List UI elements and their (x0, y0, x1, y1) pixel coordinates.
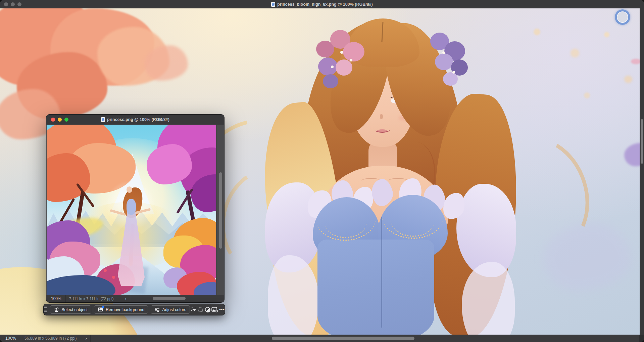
brush-cursor-ring (615, 9, 630, 25)
main-zoom-field[interactable]: 100% (0, 336, 21, 341)
main-horizontal-scrollbar-thumb[interactable] (272, 337, 414, 340)
chevron-right-icon[interactable]: › (85, 336, 87, 341)
float-zoom-field[interactable]: 100% (46, 296, 65, 301)
main-title-text: princess_bloom_high_8x.png @ 100% (RGB/8… (277, 2, 373, 7)
flower-dot (452, 71, 455, 74)
zoom-button[interactable] (64, 118, 68, 122)
nose-shadow (380, 114, 383, 119)
remove-background-button[interactable]: Remove background (94, 305, 148, 314)
window-controls-inactive[interactable] (4, 0, 21, 8)
select-subject-label: Select subject (61, 307, 88, 312)
bokeh-dot (534, 29, 540, 35)
magic-wand-sparkle-icon (191, 306, 197, 313)
float-document-window: princess.png @ 100% (RGB/8#) (46, 115, 224, 302)
main-titlebar[interactable]: princess_bloom_high_8x.png @ 100% (RGB/8… (0, 0, 644, 9)
flower-dot (331, 66, 334, 68)
flower (343, 42, 364, 61)
remove-background-image-icon (98, 307, 103, 312)
taskbar-drag-handle[interactable] (44, 304, 47, 315)
contrast-icon (205, 307, 211, 313)
main-vertical-scrollbar-track[interactable] (640, 8, 644, 335)
more-options-icon: ••• (219, 307, 225, 312)
contrast-button[interactable] (205, 306, 211, 313)
bush-flower (104, 269, 107, 272)
float-titlebar[interactable]: princess.png @ 100% (RGB/8#) (46, 115, 224, 125)
figure-bodice (127, 199, 136, 215)
main-dimensions-text: 56.889 in x 56.889 in (72 ppi) (24, 336, 77, 341)
bokeh-dot (624, 76, 632, 83)
bodice-torso (317, 240, 434, 335)
transform-button[interactable] (198, 306, 204, 313)
minimize-button[interactable] (11, 2, 15, 6)
document-icon (271, 2, 275, 7)
float-vertical-scrollbar-track[interactable] (216, 125, 224, 295)
main-window-title: princess_bloom_high_8x.png @ 100% (RGB/8… (271, 2, 373, 7)
add-image-button[interactable] (211, 306, 218, 313)
flower (435, 53, 453, 70)
flower-dot (340, 51, 343, 54)
main-dimensions-field[interactable]: 56.889 in x 56.889 in (72 ppi) › (21, 335, 91, 342)
main-statusbar: 100% 56.889 in x 56.889 in (72 ppi) › (0, 335, 644, 342)
bokeh-dot (571, 49, 579, 57)
float-vertical-scrollbar-thumb[interactable] (219, 172, 222, 249)
float-statusbar: 100% 7.111 in x 7.111 in (72 ppi) › (46, 295, 224, 302)
magic-wand-button[interactable] (191, 306, 197, 313)
scrollbar-corner (639, 335, 644, 342)
remove-background-label: Remove background (106, 307, 144, 312)
flower-dot (350, 59, 352, 61)
select-subject-button[interactable]: Select subject (50, 305, 91, 314)
bodice-seam (381, 217, 382, 328)
flower (443, 72, 458, 86)
document-icon (101, 117, 105, 122)
adjust-colors-sliders-icon (154, 307, 160, 312)
main-vertical-scrollbar-thumb[interactable] (641, 119, 643, 164)
flower (318, 57, 338, 76)
bush-flower (112, 276, 115, 279)
float-window-controls[interactable] (51, 115, 68, 125)
float-artwork[interactable] (47, 125, 216, 295)
flower-dot (442, 51, 445, 54)
contextual-taskbar: Select subject Remove background Adjust … (44, 304, 225, 315)
lips (377, 129, 387, 132)
add-image-icon (211, 307, 218, 313)
new-feature-badge (102, 306, 104, 308)
float-horizontal-scrollbar-thumb[interactable] (153, 297, 186, 300)
bokeh-dot (584, 92, 590, 98)
minimize-button[interactable] (58, 118, 62, 122)
flower (336, 59, 352, 76)
more-options-button[interactable]: ••• (219, 306, 225, 313)
transform-quad-icon (198, 307, 204, 312)
bokeh-dot (604, 32, 609, 37)
close-button[interactable] (4, 2, 8, 6)
float-dimensions-field[interactable]: 7.111 in x 7.111 in (72 ppi) › (65, 295, 130, 302)
float-title-text: princess.png @ 100% (RGB/8#) (107, 117, 169, 122)
chevron-right-icon[interactable]: › (125, 296, 127, 301)
zoom-button[interactable] (17, 2, 21, 6)
photoshop-main-window: princess_bloom_high_8x.png @ 100% (RGB/8… (0, 0, 644, 342)
close-button[interactable] (51, 118, 55, 122)
select-subject-person-icon (54, 307, 59, 312)
float-dimensions-text: 7.111 in x 7.111 in (72 ppi) (69, 297, 114, 301)
float-canvas[interactable] (46, 125, 224, 295)
flower (323, 74, 338, 88)
float-window-title: princess.png @ 100% (RGB/8#) (101, 117, 169, 122)
figure-face (127, 186, 132, 193)
adjust-colors-button[interactable]: Adjust colors (151, 305, 190, 314)
adjust-colors-label: Adjust colors (162, 307, 186, 312)
